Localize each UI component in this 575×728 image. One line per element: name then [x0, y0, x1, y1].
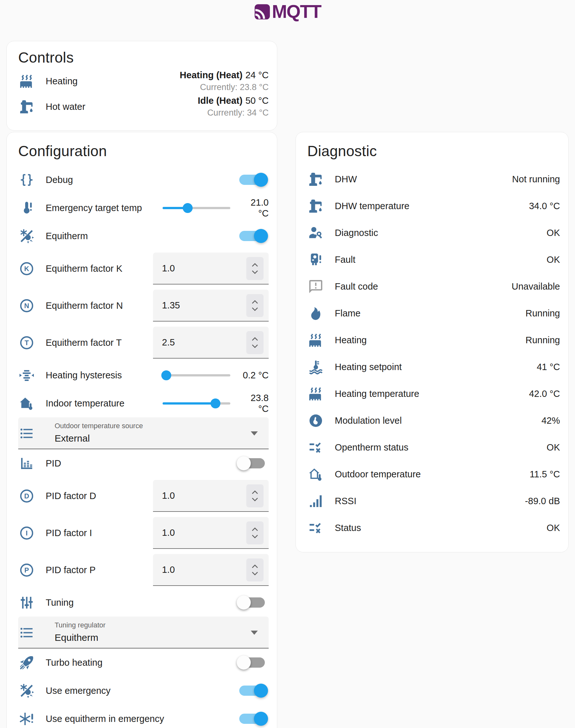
diag-row-label: RSSI — [335, 495, 525, 507]
equitherm-factor-t-input[interactable]: 2.5 — [153, 327, 269, 359]
diag-row-dhw-temperature[interactable]: DHW temperature 34.0 °C — [307, 192, 560, 219]
diag-row-value: Not running — [512, 174, 560, 185]
diag-row-value: 42.0 °C — [529, 389, 560, 399]
config-row-label: Equitherm — [46, 230, 235, 242]
diag-row-label: Fault code — [335, 281, 511, 292]
diag-row-outdoor-temperature[interactable]: Outdoor temperature 11.5 °C — [307, 461, 560, 487]
tuning-regulator-select[interactable]: Tuning regulator Equitherm — [18, 617, 269, 649]
radiator-icon — [307, 332, 324, 348]
number-stepper[interactable] — [246, 331, 264, 354]
equitherm-toggle[interactable] — [235, 229, 269, 243]
pid-factor-d-input[interactable]: 1.0 — [153, 480, 269, 512]
alpha-p-circle-icon — [18, 562, 35, 578]
climate-current-temp: Currently: 23.8 °C — [180, 82, 269, 93]
configuration-card-title: Configuration — [18, 142, 269, 160]
control-row-hot-water[interactable]: Hot water Idle (Heat)50 °C Currently: 34… — [18, 94, 269, 119]
config-row-turbo-heating: Turbo heating — [18, 649, 269, 677]
alpha-k-circle-icon — [18, 261, 35, 277]
slider-thumb — [161, 370, 171, 380]
diag-row-heating-temperature[interactable]: Heating temperature 42.0 °C — [307, 380, 560, 407]
use-emergency-toggle[interactable] — [235, 684, 269, 698]
config-row-label: Heating hysteresis — [46, 369, 163, 381]
water-pump-icon — [307, 198, 324, 214]
diag-row-value: OK — [547, 523, 560, 533]
climate-state: Heating (Heat)24 °C Currently: 23.8 °C — [180, 69, 269, 93]
diag-row-value: OK — [547, 442, 560, 453]
config-row-label: Equitherm factor T — [46, 337, 153, 348]
select-value: Equitherm — [55, 632, 240, 643]
number-stepper[interactable] — [246, 257, 264, 280]
water-pump-icon — [18, 99, 35, 115]
diag-row-flame[interactable]: Flame Running — [307, 300, 560, 327]
diag-row-label: Heating — [335, 334, 526, 346]
climate-current-temp: Currently: 34 °C — [198, 107, 269, 118]
equitherm-factor-k-input[interactable]: 1.0 — [153, 253, 269, 285]
diag-row-label: Status — [335, 522, 547, 534]
diag-row-value: OK — [547, 254, 560, 265]
diag-row-label: Heating setpoint — [335, 361, 537, 373]
thermometer-alert-icon — [18, 200, 35, 216]
config-row-label: Equitherm factor K — [46, 263, 153, 274]
hysteresis-icon — [18, 367, 35, 383]
climate-action: Heating (Heat) — [180, 70, 243, 80]
rocket-launch-icon — [18, 655, 35, 670]
pid-factor-i-input[interactable]: 1.0 — [153, 517, 269, 549]
radiator-icon — [307, 386, 324, 402]
climate-target-temp: 24 °C — [245, 70, 269, 80]
config-row-label: PID factor D — [46, 490, 153, 502]
turbo-heating-toggle[interactable] — [235, 656, 269, 669]
config-row-label: PID — [46, 458, 235, 469]
diag-row-fault-code[interactable]: Fault code Unavailable — [307, 273, 560, 300]
heating-hysteresis-slider[interactable] — [163, 370, 230, 380]
diag-row-label: Opentherm status — [335, 442, 547, 453]
alpha-n-circle-icon — [18, 298, 35, 314]
config-row-heating-hysteresis: Heating hysteresis 0.2 °C — [18, 361, 269, 389]
home-thermometer-icon — [18, 396, 35, 411]
select-label: Outdoor temperature source — [55, 422, 240, 430]
config-row-label: Equitherm factor N — [46, 300, 153, 311]
sun-snowflake-icon — [18, 228, 35, 244]
pid-toggle[interactable] — [235, 456, 269, 470]
climate-action: Idle (Heat) — [198, 96, 242, 106]
control-row-heating[interactable]: Heating Heating (Heat)24 °C Currently: 2… — [18, 68, 269, 94]
diag-row-value: Unavailable — [511, 281, 560, 292]
pid-factor-p-input[interactable]: 1.0 — [153, 554, 269, 586]
diag-row-label: Modulation level — [335, 415, 541, 426]
outdoor-temperature-source-select[interactable]: Outdoor temperature source External — [18, 417, 269, 449]
config-row-label: Use equitherm in emergency — [46, 713, 235, 725]
number-input-value: 1.0 — [153, 490, 175, 501]
alpha-t-circle-icon — [18, 335, 35, 351]
diag-row-opentherm-status[interactable]: Opentherm status OK — [307, 434, 560, 461]
dropdown-caret-icon — [251, 631, 258, 635]
diag-row-heating-setpoint[interactable]: Heating setpoint 41 °C — [307, 354, 560, 380]
diag-row-rssi[interactable]: RSSI -89.0 dB — [307, 487, 560, 514]
diag-row-status[interactable]: Status OK — [307, 514, 560, 541]
diag-row-heating[interactable]: Heating Running — [307, 327, 560, 354]
diagnostic-card-title: Diagnostic — [307, 142, 560, 160]
number-stepper[interactable] — [246, 558, 264, 581]
config-row-pid: PID — [18, 449, 269, 477]
diag-row-modulation-level[interactable]: Modulation level 42% — [307, 407, 560, 434]
debug-toggle[interactable] — [235, 173, 269, 187]
indoor-temperature-slider[interactable] — [163, 398, 230, 409]
use-equitherm-in-emergency-toggle[interactable] — [235, 712, 269, 726]
number-stepper[interactable] — [246, 484, 264, 507]
format-list-bulleted-icon — [18, 426, 35, 441]
config-row-equitherm-factor-n: Equitherm factor N 1.35 — [18, 287, 269, 324]
diag-row-dhw[interactable]: DHW Not running — [307, 166, 560, 192]
diag-row-fault[interactable]: Fault OK — [307, 246, 560, 273]
config-row-label: PID factor I — [46, 527, 153, 539]
list-status-icon — [307, 440, 324, 455]
number-stepper[interactable] — [246, 521, 264, 544]
slider-value: 23.8 °C — [238, 392, 269, 414]
emergency-target-temp-slider[interactable] — [163, 203, 230, 213]
diag-row-diagnostic[interactable]: Diagnostic OK — [307, 219, 560, 246]
mqtt-logo-text: MQTT — [272, 3, 321, 21]
equitherm-factor-n-input[interactable]: 1.35 — [153, 290, 269, 322]
config-row-label: Emergency target temp — [46, 202, 163, 214]
diag-row-label: Heating temperature — [335, 388, 529, 399]
tuning-toggle[interactable] — [235, 595, 269, 610]
config-row-pid-factor-i: PID factor I 1.0 — [18, 514, 269, 551]
number-stepper[interactable] — [246, 294, 264, 317]
water-boiler-alert-icon — [307, 252, 324, 267]
